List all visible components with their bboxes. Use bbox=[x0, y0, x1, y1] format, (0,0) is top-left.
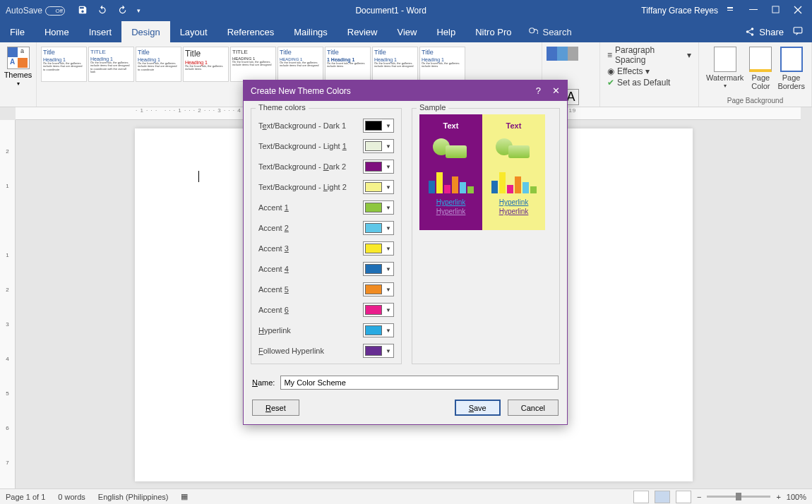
menu-layout[interactable]: Layout bbox=[170, 21, 217, 42]
style-set-item[interactable]: Title1 Heading 1On the Insert tab, the g… bbox=[325, 47, 371, 82]
theme-color-row: Followed Hyperlink▼ bbox=[258, 344, 394, 358]
chevron-down-icon: ▼ bbox=[386, 328, 391, 334]
maximize-icon[interactable] bbox=[772, 6, 780, 16]
undo-icon[interactable] bbox=[97, 5, 107, 17]
reset-button[interactable]: Reset bbox=[252, 400, 299, 416]
save-icon[interactable] bbox=[78, 5, 88, 17]
menu-review[interactable]: Review bbox=[338, 21, 388, 42]
zoom-in-button[interactable]: + bbox=[776, 493, 780, 501]
close-icon[interactable] bbox=[794, 6, 802, 16]
share-button[interactable]: Share bbox=[745, 27, 784, 37]
chevron-down-icon: ▼ bbox=[386, 123, 391, 129]
style-set-item[interactable]: TITLEHeading 1On the Insert tab, the gal… bbox=[88, 47, 134, 82]
color-picker-button[interactable]: ▼ bbox=[363, 344, 394, 358]
chevron-down-icon: ▼ bbox=[386, 348, 391, 354]
dialog-titlebar[interactable]: Create New Theme Colors ? ✕ bbox=[244, 80, 567, 101]
menu-design[interactable]: Design bbox=[121, 21, 169, 42]
colors-button[interactable] bbox=[547, 47, 595, 61]
save-button[interactable]: Save bbox=[455, 400, 501, 416]
color-picker-button[interactable]: ▼ bbox=[363, 241, 394, 256]
color-swatch bbox=[365, 223, 382, 233]
theme-color-row: Accent 4▼ bbox=[258, 262, 394, 276]
chevron-down-icon: ▼ bbox=[386, 164, 391, 170]
paragraph-spacing-button[interactable]: ≡Paragraph Spacing ▾ bbox=[607, 45, 691, 65]
color-picker-button[interactable]: ▼ bbox=[363, 160, 394, 174]
svg-point-2 bbox=[530, 28, 535, 33]
page-indicator[interactable]: Page 1 of 1 bbox=[6, 493, 45, 501]
style-set-item[interactable]: TitleHeading 1On the Insert tab, the gal… bbox=[419, 47, 465, 82]
zoom-level[interactable]: 100% bbox=[787, 493, 806, 501]
watermark-button[interactable]: Watermark▾ bbox=[706, 47, 744, 90]
style-set-item[interactable]: TITLEHEADING 1On the Insert tab, the gal… bbox=[230, 47, 276, 82]
set-as-default-button[interactable]: ✔Set as Default bbox=[607, 78, 691, 88]
color-swatch bbox=[365, 182, 382, 192]
chevron-down-icon: ▼ bbox=[386, 205, 391, 211]
menu-nitro[interactable]: Nitro Pro bbox=[465, 21, 521, 42]
menu-mailings[interactable]: Mailings bbox=[284, 21, 338, 42]
page-color-icon bbox=[749, 47, 772, 72]
chevron-down-icon: ▼ bbox=[386, 307, 391, 313]
effects-icon: ◉ bbox=[607, 66, 614, 76]
menu-home[interactable]: Home bbox=[35, 21, 79, 42]
redo-icon[interactable] bbox=[117, 5, 127, 17]
document-formatting-gallery[interactable]: TitleHeading 1On the Insert tab, the gal… bbox=[40, 44, 539, 85]
menu-insert[interactable]: Insert bbox=[79, 21, 122, 42]
name-label: Name: bbox=[252, 378, 275, 387]
theme-color-label: Followed Hyperlink bbox=[258, 347, 324, 355]
theme-colors-label: Theme colors bbox=[256, 103, 309, 112]
name-input[interactable] bbox=[280, 376, 559, 390]
menu-help[interactable]: Help bbox=[426, 21, 465, 42]
color-picker-button[interactable]: ▼ bbox=[363, 200, 394, 215]
help-icon[interactable]: ? bbox=[536, 85, 541, 96]
color-picker-button[interactable]: ▼ bbox=[363, 323, 394, 337]
web-layout-button[interactable] bbox=[676, 491, 691, 503]
zoom-out-button[interactable]: − bbox=[697, 493, 701, 501]
theme-color-label: Accent 5 bbox=[258, 285, 289, 294]
style-set-item[interactable]: TitleHEADING 1On the Insert tab, the gal… bbox=[277, 47, 323, 82]
style-set-item[interactable]: TitleHeading 1On the Insert tab, the gal… bbox=[41, 47, 87, 82]
menu-references[interactable]: References bbox=[217, 21, 284, 42]
word-count[interactable]: 0 words bbox=[58, 493, 85, 501]
close-icon[interactable]: ✕ bbox=[552, 85, 560, 96]
color-picker-button[interactable]: ▼ bbox=[363, 262, 394, 276]
autosave-toggle[interactable]: AutoSave Off bbox=[6, 6, 65, 16]
theme-color-label: Text/Background - Dark 1 bbox=[258, 121, 346, 130]
themes-button[interactable]: a A Themes▾ bbox=[3, 44, 33, 90]
vertical-ruler[interactable]: 21 12345678910 bbox=[0, 120, 16, 488]
minimize-icon[interactable] bbox=[749, 6, 758, 16]
read-mode-button[interactable] bbox=[633, 491, 649, 503]
chevron-down-icon: ▼ bbox=[386, 184, 391, 191]
menu-file[interactable]: File bbox=[0, 21, 35, 42]
color-picker-button[interactable]: ▼ bbox=[363, 139, 394, 153]
theme-color-row: Hyperlink▼ bbox=[258, 323, 394, 337]
ribbon-display-icon[interactable] bbox=[725, 6, 735, 16]
color-picker-button[interactable]: ▼ bbox=[363, 303, 394, 317]
page-borders-button[interactable]: Page Borders bbox=[777, 47, 805, 90]
style-set-item[interactable]: TitleHeading 1On the Insert tab, the gal… bbox=[183, 47, 229, 82]
cancel-button[interactable]: Cancel bbox=[508, 400, 559, 416]
comments-icon[interactable] bbox=[792, 26, 804, 38]
user-name[interactable]: Tiffany Grace Reyes bbox=[641, 6, 718, 16]
color-swatch bbox=[365, 264, 382, 274]
theme-color-row: Accent 3▼ bbox=[258, 241, 394, 256]
macro-icon[interactable]: ▦ bbox=[181, 492, 188, 501]
sample-preview: Text HyperlinkHyperlink Text HyperlinkHy… bbox=[419, 114, 545, 230]
color-picker-button[interactable]: ▼ bbox=[363, 221, 394, 235]
color-swatch bbox=[365, 141, 382, 151]
theme-color-label: Accent 1 bbox=[258, 203, 289, 212]
color-picker-button[interactable]: ▼ bbox=[363, 180, 394, 194]
color-picker-button[interactable]: ▼ bbox=[363, 282, 394, 296]
print-layout-button[interactable] bbox=[655, 491, 670, 503]
menu-view[interactable]: View bbox=[387, 21, 426, 42]
color-picker-button[interactable]: ▼ bbox=[363, 119, 394, 133]
style-set-item[interactable]: TitleHeading 1On the Insert tab, the gal… bbox=[136, 47, 181, 82]
language-indicator[interactable]: English (Philippines) bbox=[98, 493, 169, 501]
theme-color-label: Text/Background - Light 1 bbox=[258, 142, 347, 150]
theme-color-list: Text/Background - Dark 1▼Text/Background… bbox=[258, 119, 394, 358]
theme-color-row: Text/Background - Light 1▼ bbox=[258, 139, 394, 153]
zoom-slider[interactable] bbox=[707, 496, 770, 498]
page-color-button[interactable]: Page Color bbox=[749, 47, 772, 90]
effects-button[interactable]: ◉Effects ▾ bbox=[607, 66, 691, 76]
tell-me-search[interactable]: Search bbox=[528, 27, 571, 37]
style-set-item[interactable]: TitleHeading 1On the Insert tab, the gal… bbox=[372, 47, 418, 82]
